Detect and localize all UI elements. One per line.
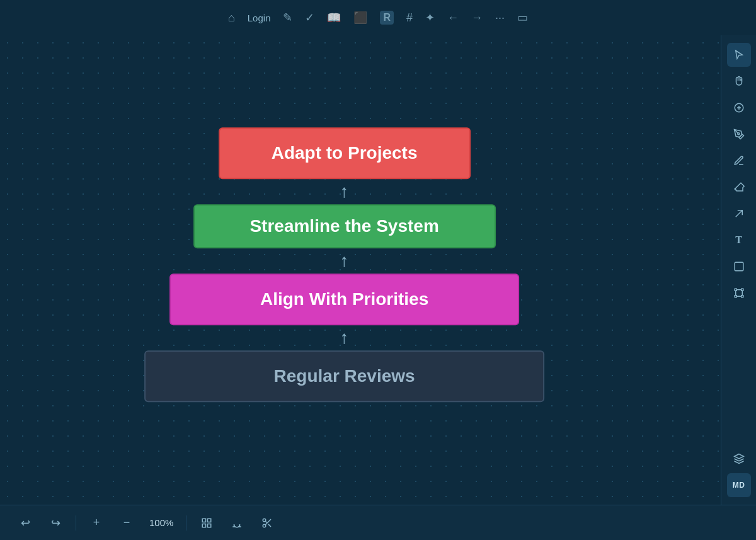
home-icon[interactable]: ⌂ [228,11,235,25]
subtract-button[interactable]: − [114,512,139,534]
arrow-align-reviews: ↑ [337,325,352,350]
scissors-button[interactable] [255,512,280,534]
r-icon[interactable]: R [380,11,394,25]
hash-icon[interactable]: # [406,11,413,25]
cursor-tool-button[interactable] [727,43,751,67]
more-icon[interactable]: ··· [495,11,505,25]
svg-line-4 [735,210,742,217]
redo-button[interactable]: ↪ [43,512,68,534]
layout-icon[interactable]: ▭ [517,11,528,25]
svg-line-23 [265,521,267,523]
layers-tool-button[interactable] [727,447,751,471]
divider-2 [186,515,186,531]
arrow-tool-button[interactable] [727,202,751,226]
svg-rect-11 [203,519,206,522]
zoom-in-tool-button[interactable] [727,96,751,120]
node-adapt[interactable]: Adapt to Projects [219,127,471,179]
zoom-level[interactable]: 100% [144,517,178,528]
svg-point-19 [263,519,266,522]
arrow-streamline-align: ↑ [337,248,352,273]
undo-button[interactable]: ↩ [13,512,38,534]
svg-line-22 [268,524,271,526]
svg-point-20 [263,524,266,527]
md-tool-button[interactable]: MD [727,473,751,497]
node-align[interactable]: Align With Priorities [169,273,519,325]
bottom-toolbar: ↩ ↪ + − 100% [0,505,756,540]
frame-tool-button[interactable] [727,281,751,305]
arrow-adapt-streamline: ↑ [337,179,352,204]
canvas[interactable]: Adapt to Projects ↑ Streamline the Syste… [0,35,721,505]
check-icon[interactable]: ✓ [305,11,314,25]
puzzle-icon[interactable]: ✦ [425,11,435,25]
svg-marker-10 [734,454,743,459]
svg-rect-5 [735,262,743,271]
marker-tool-button[interactable] [727,149,751,173]
svg-point-3 [737,133,739,135]
eraser-tool-button[interactable] [727,175,751,199]
divider-1 [76,515,76,531]
node-reviews[interactable]: Regular Reviews [144,350,544,402]
magnet-button[interactable] [224,512,249,534]
right-toolbar: T MD [721,35,756,505]
login-button[interactable]: Login [248,13,271,23]
svg-rect-12 [208,519,211,522]
node-streamline[interactable]: Streamline the System [193,204,496,248]
back-icon[interactable]: ← [447,11,459,25]
hand-tool-button[interactable] [727,69,751,93]
calendar-icon[interactable]: ⬛ [353,11,367,25]
shape-tool-button[interactable] [727,255,751,279]
add-button[interactable]: + [84,512,109,534]
flow-diagram: Adapt to Projects ↑ Streamline the Syste… [144,127,544,402]
text-tool-button[interactable]: T [727,228,751,252]
forward-icon[interactable]: → [471,11,483,25]
svg-rect-14 [208,524,211,527]
edit-icon[interactable]: ✎ [283,11,292,25]
svg-rect-13 [203,524,206,527]
top-toolbar: ⌂ Login ✎ ✓ 📖 ⬛ R # ✦ ← → ··· ▭ [0,0,756,35]
book-icon[interactable]: 📖 [327,11,341,25]
grid-button[interactable] [194,512,219,534]
pen-tool-button[interactable] [727,122,751,146]
